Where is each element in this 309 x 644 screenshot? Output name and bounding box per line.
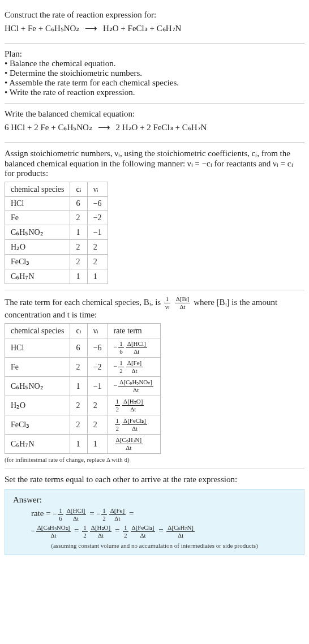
col-header: rate term (108, 324, 160, 338)
cell-c: 1 (70, 377, 87, 396)
cell-species: Fe (5, 211, 70, 225)
cell-species: C₆H₅NO₂ (5, 225, 70, 240)
cell-v: 1 (87, 269, 108, 284)
cell-c: 2 (70, 211, 87, 225)
section-rateterms: The rate term for each chemical species,… (5, 290, 304, 469)
cell-v: −1 (87, 377, 108, 396)
table-header-row: chemical species cᵢ νᵢ (5, 182, 108, 197)
intro-heading: Construct the rate of reaction expressio… (5, 10, 304, 20)
cell-c: 6 (70, 338, 87, 358)
rate-expression: rate = −16Δ[HCl]Δt = −12Δ[Fe]Δt = −Δ[C₆H… (13, 506, 296, 539)
cell-species: FeCl₃ (5, 415, 70, 435)
cell-species: C₆H₇N (5, 435, 70, 454)
cell-species: HCl (5, 197, 70, 211)
col-header: cᵢ (70, 324, 87, 338)
rateterms-footnote: (for infinitesimal rate of change, repla… (5, 456, 304, 463)
rateterms-table: chemical species cᵢ νᵢ rate term HCl6−6−… (5, 323, 161, 454)
cell-c: 2 (70, 415, 87, 435)
cell-v: 1 (87, 435, 108, 454)
intro-frac-coef: 1νᵢ (164, 296, 170, 310)
table-header-row: chemical species cᵢ νᵢ rate term (5, 324, 161, 338)
cell-c: 2 (70, 240, 87, 255)
section-stoich: Assign stoichiometric numbers, νᵢ, using… (5, 143, 304, 290)
cell-c: 1 (70, 225, 87, 240)
cell-v: −1 (87, 225, 108, 240)
rate-label: rate = (31, 509, 51, 518)
table-row: C₆H₇N11Δ[C₆H₇N]Δt (5, 435, 161, 454)
rate-term: −Δ[C₆H₅NO₂]Δt (31, 527, 72, 535)
cell-rateterm: 12Δ[FeCl₃]Δt (108, 415, 160, 435)
col-header: cᵢ (70, 182, 87, 197)
cell-rateterm: −12Δ[Fe]Δt (108, 358, 160, 377)
final-heading: Set the rate terms equal to each other t… (5, 475, 304, 484)
reaction-rhs: H₂O + FeCl₃ + C₆H₇N (103, 24, 181, 33)
cell-species: FeCl₃ (5, 255, 70, 269)
cell-rateterm: Δ[C₆H₇N]Δt (108, 435, 160, 454)
plan-heading: Plan: (5, 49, 304, 59)
cell-rateterm: 12Δ[H₂O]Δt (108, 396, 160, 415)
stoich-table: chemical species cᵢ νᵢ HCl6−6 Fe2−2 C₆H₅… (5, 182, 108, 284)
cell-species: Fe (5, 358, 70, 377)
plan-item: • Balance the chemical equation. (5, 59, 304, 68)
cell-v: 2 (87, 255, 108, 269)
cell-v: 2 (87, 415, 108, 435)
col-header: νᵢ (87, 324, 108, 338)
table-row: C₆H₅NO₂1−1−Δ[C₆H₅NO₂]Δt (5, 377, 161, 396)
balanced-lhs: 6 HCl + 2 Fe + C₆H₅NO₂ (5, 123, 92, 132)
intro-frac-delta: Δ[Bᵢ]Δt (175, 296, 191, 310)
col-header: chemical species (5, 324, 70, 338)
cell-v: −6 (87, 197, 108, 211)
section-plan: Plan: • Balance the chemical equation. •… (5, 44, 304, 104)
cell-species: H₂O (5, 396, 70, 415)
cell-v: 2 (87, 396, 108, 415)
cell-c: 2 (70, 358, 87, 377)
final-footnote: (assuming constant volume and no accumul… (13, 542, 296, 549)
rateterms-intro-a: The rate term for each chemical species,… (5, 298, 163, 307)
section-final: Set the rate terms equal to each other t… (5, 469, 304, 561)
balanced-reaction: 6 HCl + 2 Fe + C₆H₅NO₂ ⟶ 2 H₂O + 2 FeCl₃… (5, 120, 304, 135)
table-row: H₂O22 (5, 240, 108, 255)
cell-c: 1 (70, 269, 87, 284)
table-row: FeCl₃2212Δ[FeCl₃]Δt (5, 415, 161, 435)
balanced-rhs: 2 H₂O + 2 FeCl₃ + C₆H₇N (115, 123, 207, 132)
plan-item: • Determine the stoichiometric numbers. (5, 68, 304, 78)
table-row: FeCl₃22 (5, 255, 108, 269)
plan-item: • Assemble the rate term for each chemic… (5, 78, 304, 88)
cell-species: C₆H₇N (5, 269, 70, 284)
rate-term: Δ[C₆H₇N]Δt (165, 527, 196, 535)
balanced-arrow: ⟶ (95, 123, 114, 132)
section-intro: Construct the rate of reaction expressio… (5, 5, 304, 44)
plan-item: • Write the rate of reaction expression. (5, 88, 304, 97)
cell-c: 2 (70, 396, 87, 415)
rate-term: 12Δ[H₂O]Δt (81, 527, 113, 535)
rate-term: 12Δ[FeCl₃]Δt (122, 527, 156, 535)
col-header: νᵢ (87, 182, 108, 197)
answer-box: Answer: rate = −16Δ[HCl]Δt = −12Δ[Fe]Δt … (5, 489, 304, 555)
rate-term: −16Δ[HCl]Δt (53, 510, 87, 518)
table-row: Fe2−2−12Δ[Fe]Δt (5, 358, 161, 377)
table-row: C₆H₅NO₂1−1 (5, 225, 108, 240)
section-balanced: Write the balanced chemical equation: 6 … (5, 104, 304, 143)
table-row: HCl6−6−16Δ[HCl]Δt (5, 338, 161, 358)
cell-v: −2 (87, 358, 108, 377)
cell-v: −2 (87, 211, 108, 225)
cell-c: 2 (70, 255, 87, 269)
unbalanced-reaction: HCl + Fe + C₆H₅NO₂ ⟶ H₂O + FeCl₃ + C₆H₇N (5, 21, 304, 36)
rate-term: −12Δ[Fe]Δt (96, 510, 127, 518)
cell-rateterm: −16Δ[HCl]Δt (108, 338, 160, 358)
cell-rateterm: −Δ[C₆H₅NO₂]Δt (108, 377, 160, 396)
cell-v: 2 (87, 240, 108, 255)
answer-label: Answer: (13, 495, 296, 505)
cell-species: H₂O (5, 240, 70, 255)
cell-c: 1 (70, 435, 87, 454)
table-row: H₂O2212Δ[H₂O]Δt (5, 396, 161, 415)
cell-species: C₆H₅NO₂ (5, 377, 70, 396)
cell-v: −6 (87, 338, 108, 358)
balanced-heading: Write the balanced chemical equation: (5, 109, 304, 119)
table-row: Fe2−2 (5, 211, 108, 225)
reaction-lhs: HCl + Fe + C₆H₅NO₂ (5, 24, 79, 33)
cell-c: 6 (70, 197, 87, 211)
reaction-arrow: ⟶ (81, 24, 101, 33)
table-row: C₆H₇N11 (5, 269, 108, 284)
table-row: HCl6−6 (5, 197, 108, 211)
